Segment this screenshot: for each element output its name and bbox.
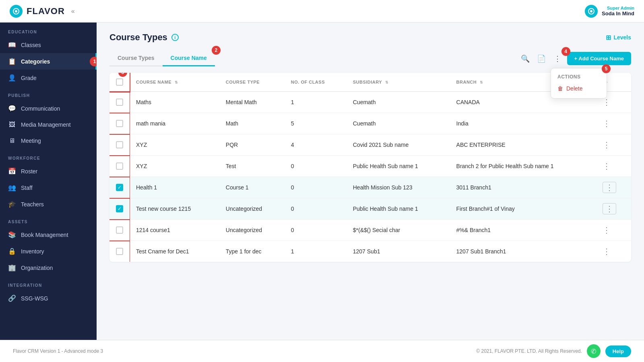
user-info: Super Admin Soda In Mind [602, 6, 634, 16]
export-button[interactable]: 📄 [535, 52, 548, 65]
sidebar-item-book-management[interactable]: 📚Book Management [0, 226, 97, 243]
row-menu-button-2[interactable]: ⋮ [603, 119, 611, 128]
course-type-cell: Uncategorized [219, 198, 285, 220]
row-checkbox-8[interactable] [116, 248, 123, 255]
sidebar-label-roster: Roster [21, 168, 37, 175]
sidebar-item-grade[interactable]: 👤Grade [0, 70, 97, 86]
layout: EDUCATION📖Classes📋Categories1👤GradePUBLI… [0, 23, 644, 340]
sidebar-item-roster[interactable]: 📅Roster [0, 163, 97, 179]
row-menu-button-1[interactable]: ⋮ [603, 98, 611, 107]
subsidiary-col[interactable]: SUBSIDIARY ⇅ [347, 73, 450, 92]
course-type-cell: Test [219, 156, 285, 177]
row-menu-button-3[interactable]: ⋮ [603, 140, 611, 149]
sidebar-label-classes: Classes [21, 42, 41, 48]
subsidiary-cell: Health Mission Sub 123 [347, 177, 450, 198]
row-checkbox-6[interactable]: ✓ [116, 205, 123, 212]
courses-table: 3 COURSE NAME ⇅ COURSE TYPE NO. OF CLASS… [109, 73, 631, 262]
info-icon[interactable]: i [171, 34, 179, 41]
delete-action[interactable]: 🗑 Delete [551, 82, 607, 95]
sidebar-item-staff[interactable]: 👥Staff [0, 179, 97, 196]
row-menu-cell-6: ⋮ [596, 198, 631, 220]
checkbox-cell-2 [109, 113, 130, 134]
collapse-icon[interactable]: « [71, 8, 75, 15]
no-of-class-cell: 0 [285, 156, 347, 177]
sidebar-item-teachers[interactable]: 🎓Teachers [0, 196, 97, 212]
badge-4: 4 [561, 47, 570, 56]
tabs-row: Course TypesCourse Name2 🔍 📄 ⋮ Actions 🗑… [109, 51, 631, 66]
svg-point-3 [590, 10, 592, 12]
sidebar-icon-media-management: 🖼 [8, 121, 16, 128]
tab-course-types[interactable]: Course Types [109, 51, 163, 66]
actions-dropdown: Actions 🗑 Delete 5 [551, 68, 607, 99]
whatsapp-button[interactable]: ✆ [587, 344, 601, 358]
row-checkbox-2[interactable] [116, 120, 123, 127]
row-menu-cell-8: ⋮ [596, 241, 631, 262]
topbar: FLAVOR « Super Admin Soda In Mind [0, 0, 644, 23]
course-name-col[interactable]: COURSE NAME ⇅ [130, 73, 219, 92]
row-menu-cell-2: ⋮ [596, 113, 631, 134]
no-of-class-col: NO. OF CLASS [285, 73, 347, 92]
sidebar-icon-meeting: 🖥 [8, 137, 16, 144]
subsidiary-cell: Covid 2021 Sub name [347, 134, 450, 156]
more-options-button[interactable]: ⋮ [551, 52, 564, 65]
checkbox-cell-8 [109, 241, 130, 262]
version-text: Flavor CRM Version 1 - Advanced mode 3 [13, 348, 103, 354]
sidebar-item-meeting[interactable]: 🖥Meeting [0, 133, 97, 149]
search-button[interactable]: 🔍 [519, 52, 532, 65]
checkbox-cell-5: ✓ [109, 177, 130, 198]
course-type-cell: Type 1 for dec [219, 241, 285, 262]
branch-cell: 3011 Branch1 [450, 177, 596, 198]
sidebar-item-inventory[interactable]: 🔒Inventory [0, 243, 97, 259]
course-name-cell: 1214 course1 [130, 220, 219, 241]
course-name-cell: Test new course 1215 [130, 198, 219, 220]
table-row: ✓Test new course 1215Uncategorized0Publi… [109, 198, 631, 220]
no-of-class-cell: 0 [285, 177, 347, 198]
table-row: ✓Health 1Course 10Health Mission Sub 123… [109, 177, 631, 198]
checkbox-cell-6: ✓ [109, 198, 130, 220]
badge-1: 1 [90, 57, 97, 66]
sidebar-item-classes[interactable]: 📖Classes [0, 37, 97, 53]
row-menu-button-6[interactable]: ⋮ [603, 203, 616, 214]
actions-header: Actions [551, 72, 607, 82]
row-checkbox-4[interactable] [116, 162, 123, 170]
delete-label: Delete [566, 85, 582, 92]
no-of-class-cell: 5 [285, 113, 347, 134]
course-type-cell: Course 1 [219, 177, 285, 198]
tab-course-name[interactable]: Course Name2 [163, 51, 215, 66]
row-checkbox-5[interactable]: ✓ [116, 184, 123, 191]
row-menu-button-4[interactable]: ⋮ [603, 162, 611, 171]
user-name: Soda In Mind [602, 10, 634, 16]
sidebar-label-book-management: Book Management [21, 232, 68, 238]
row-menu-button-5[interactable]: ⋮ [603, 182, 616, 193]
select-all-checkbox[interactable] [116, 78, 123, 86]
help-button[interactable]: Help [605, 346, 631, 357]
sort-arrows-name: ⇅ [175, 80, 178, 84]
course-type-cell: Uncategorized [219, 220, 285, 241]
checkbox-cell-1 [109, 92, 130, 113]
row-checkbox-3[interactable] [116, 141, 123, 148]
footer: Flavor CRM Version 1 - Advanced mode 3 ©… [0, 340, 644, 362]
sidebar-label-ssg-wsg: SSG-WSG [21, 295, 48, 302]
sidebar-label-categories: Categories [21, 58, 50, 65]
sidebar-item-media-management[interactable]: 🖼Media Management [0, 117, 97, 133]
row-menu-button-7[interactable]: ⋮ [603, 226, 611, 234]
sidebar-item-communication[interactable]: 💬Communication [0, 100, 97, 117]
subsidiary-cell: Cuemath [347, 92, 450, 113]
subsidiary-cell: Public Health Sub name 1 [347, 198, 450, 220]
sidebar-item-organization[interactable]: 🏢Organization [0, 259, 97, 276]
sidebar-icon-communication: 💬 [8, 105, 16, 112]
sidebar-item-categories[interactable]: 📋Categories1 [0, 53, 97, 70]
branch-cell: First Branch#1 of Vinay [450, 198, 596, 220]
sidebar-item-ssg-wsg[interactable]: 🔗SSG-WSG [0, 290, 97, 306]
row-menu-button-8[interactable]: ⋮ [603, 247, 611, 256]
sidebar-label-communication: Communication [21, 105, 60, 112]
sidebar-icon-staff: 👥 [8, 184, 16, 191]
levels-button[interactable]: ⊞ Levels [606, 34, 631, 41]
row-checkbox-1[interactable] [116, 99, 123, 106]
course-name-cell: XYZ [130, 134, 219, 156]
add-course-name-button[interactable]: + Add Course Name4 [567, 52, 631, 65]
row-checkbox-7[interactable] [116, 226, 123, 234]
table-row: 1214 course1Uncategorized0$*(&$() Secial… [109, 220, 631, 241]
sidebar-label-media-management: Media Management [21, 121, 71, 128]
row-menu-cell-3: ⋮ [596, 134, 631, 156]
